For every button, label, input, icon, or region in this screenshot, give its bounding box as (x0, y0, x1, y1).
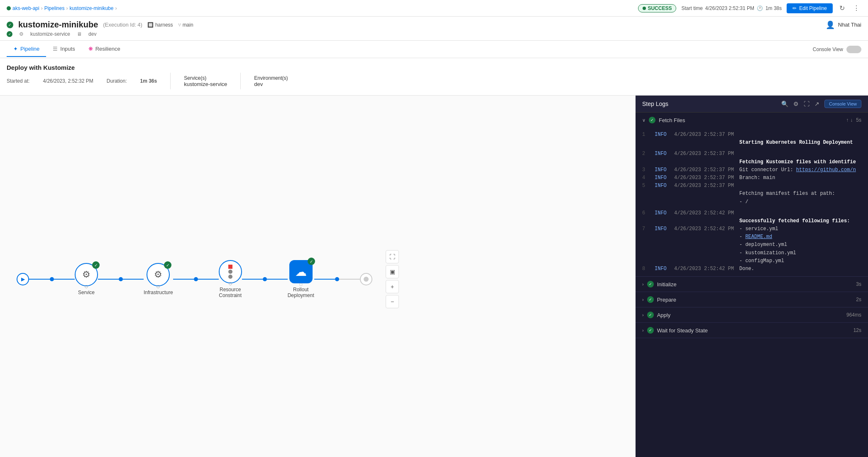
meta-row: ✓ ⚙ kustomize-service 🖥 dev (7, 31, 861, 37)
services-label: Service(s) (184, 75, 227, 81)
readme-link[interactable]: README.md (745, 234, 772, 240)
logs-search-btn[interactable]: 🔍 (781, 101, 788, 107)
pipeline-flow: ▶ ✓ ⚙ ⬡ Service (0, 235, 389, 323)
service-node[interactable]: ✓ ⚙ ⬡ (75, 263, 98, 286)
log-line-kustomization: - kustomization.yml (642, 249, 861, 257)
env-meta: Environment(s) dev (254, 75, 288, 87)
page-title: kustomize-minikube (18, 20, 98, 29)
infrastructure-node[interactable]: ✓ ⚙ ⬡ (147, 263, 170, 286)
start-time-value: 4/26/2023 2:52:31 PM (705, 5, 754, 11)
rollout-icon: ☁ (295, 265, 307, 279)
tabs: ✦ Pipeline ☰ Inputs ❋ Resilience (7, 42, 127, 57)
breadcrumb-aks[interactable]: aks-web-api (12, 5, 39, 11)
logs-settings-btn[interactable]: ⚙ (793, 101, 799, 107)
branch-tag: ⑂ main (178, 22, 193, 28)
resource-constraint-node[interactable]: ⬡ (219, 260, 242, 283)
meta-service: kustomize-service (30, 31, 70, 37)
services-value: kustomize-service (184, 81, 227, 87)
rc-sub: ⬡ (229, 282, 232, 286)
log-line-7: 7 INFO 4/26/2023 2:52:42 PM - service.ym… (642, 225, 861, 233)
end-dot (364, 277, 369, 282)
expand-canvas-btn[interactable]: ⛶ (386, 250, 399, 263)
console-view-label: Console View (813, 47, 843, 52)
rollout-node-container[interactable]: ✓ ☁ ⬡ RolloutDeployment (288, 260, 314, 298)
log-line-2: 2 INFO 4/26/2023 2:52:37 PM (642, 150, 861, 158)
logs-panel: Step Logs 🔍 ⚙ ⛶ ↗ Console View ∨ ✓ Fetch… (636, 96, 868, 457)
connector-3 (173, 279, 194, 280)
steady-state-success-icon: ✓ (647, 327, 654, 334)
initialize-header-left: › ✓ Initialize (642, 281, 677, 287)
status-badge: SUCCESS (638, 4, 676, 12)
exec-id: (Execution Id: 4) (103, 22, 142, 28)
refresh-button[interactable]: ↻ (838, 2, 846, 14)
fetch-files-right: ↑ ↓ 5s (846, 117, 861, 123)
more-options-button[interactable]: ⋮ (851, 2, 861, 14)
harness-icon (7, 6, 11, 10)
start-node-container: ▶ (17, 273, 29, 285)
services-meta: Service(s) kustomize-service (184, 75, 227, 87)
dot-4 (263, 277, 267, 281)
harness-tag: 🔲 harness (147, 22, 173, 28)
fetch-files-success-icon: ✓ (649, 117, 655, 123)
rollout-label: RolloutDeployment (288, 287, 314, 298)
tab-pipeline[interactable]: ✦ Pipeline (7, 42, 46, 57)
env-value: dev (254, 81, 288, 87)
log-space-1 (642, 147, 861, 150)
initialize-section: › ✓ Initialize 3s (636, 277, 868, 292)
traffic-light (228, 265, 232, 279)
console-view-toggle: Console View (813, 46, 861, 53)
play-icon: ▶ (21, 276, 25, 282)
sub-header: ✓ kustomize-minikube (Execution Id: 4) 🔲… (0, 17, 868, 41)
service-status-icon: ✓ (7, 31, 12, 37)
end-node-container (360, 273, 372, 285)
dot-2 (119, 277, 123, 281)
steady-state-duration: 12s (853, 327, 861, 333)
canvas-area: ▶ ✓ ⚙ ⬡ Service (0, 96, 868, 457)
rollout-sub: ⬡ (299, 283, 303, 287)
console-view-logs-btn[interactable]: Console View (824, 100, 861, 108)
zoom-in-btn[interactable]: + (386, 280, 399, 293)
resource-constraint-container[interactable]: ⬡ ResourceConstraint (219, 260, 242, 298)
logs-fullscreen-btn[interactable]: ⛶ (804, 101, 809, 107)
page-title-row: ✓ kustomize-minikube (Execution Id: 4) 🔲… (7, 20, 861, 29)
console-view-switch[interactable] (846, 46, 861, 53)
fetch-files-header[interactable]: ∨ ✓ Fetch Files ↑ ↓ 5s (636, 113, 868, 128)
steady-state-header[interactable]: › ✓ Wait for Steady State 12s (636, 323, 868, 338)
tab-resilience[interactable]: ❋ Resilience (82, 42, 127, 57)
connector-3b (198, 279, 219, 280)
infrastructure-label: Infrastructure (144, 290, 173, 295)
zoom-out-btn[interactable]: − (386, 295, 399, 308)
arrow-down[interactable]: ↓ (850, 117, 853, 123)
logs-external-btn[interactable]: ↗ (814, 101, 819, 107)
edit-pipeline-button[interactable]: ✏ Edit Pipeline (787, 3, 833, 13)
git-url-link[interactable]: https://github.com/n (796, 167, 856, 173)
fetch-files-nav-arrows: ↑ ↓ (846, 117, 853, 123)
breadcrumb-kustomize[interactable]: kustomize-minikube (69, 5, 113, 11)
apply-header[interactable]: › ✓ Apply 964ms (636, 307, 868, 322)
start-time-area: Start time 4/26/2023 2:52:31 PM 🕐 1m 38s (681, 5, 782, 11)
service-node-container[interactable]: ✓ ⚙ ⬡ Service (75, 263, 98, 295)
arrow-up[interactable]: ↑ (846, 117, 848, 123)
dot-1 (50, 277, 54, 281)
red-light (228, 265, 232, 269)
connector-4 (242, 279, 263, 280)
start-node[interactable]: ▶ (17, 273, 29, 285)
prepare-header[interactable]: › ✓ Prepare 2s (636, 292, 868, 307)
steady-state-name: Wait for Steady State (657, 327, 708, 334)
fetch-files-duration: 5s (856, 117, 861, 123)
tab-inputs[interactable]: ☰ Inputs (46, 42, 81, 57)
rollout-node[interactable]: ✓ ☁ ⬡ (289, 260, 313, 283)
infrastructure-node-container[interactable]: ✓ ⚙ ⬡ Infrastructure (144, 263, 173, 295)
fetch-files-section: ∨ ✓ Fetch Files ↑ ↓ 5s 1 INFO 4/26/20 (636, 113, 868, 277)
breadcrumb-pipelines[interactable]: Pipelines (44, 5, 65, 11)
initialize-header[interactable]: › ✓ Initialize 3s (636, 277, 868, 292)
pipeline-tab-label: Pipeline (20, 46, 39, 52)
select-tool-btn[interactable]: ▣ (386, 265, 399, 278)
log-line-bold-1: Starting Kubernetes Rolling Deployment (642, 139, 861, 147)
duration-value: 1m 36s (140, 78, 157, 84)
branch-label: main (183, 22, 193, 28)
end-node (360, 273, 372, 285)
apply-header-left: › ✓ Apply (642, 312, 670, 318)
service-check: ✓ (92, 261, 100, 269)
deploy-meta: Started at: 4/26/2023, 2:52:32 PM Durati… (7, 73, 861, 89)
